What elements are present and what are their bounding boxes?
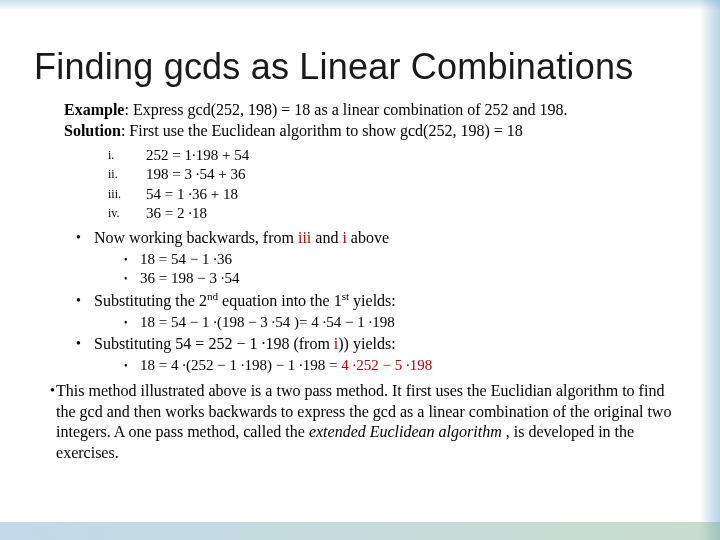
roman-marker: ii. (108, 165, 146, 185)
sub-text: 18 = 54 − 1 ∙36 (140, 250, 232, 270)
example-label: Example (64, 101, 124, 118)
list-item: •36 = 198 − 3 ∙54 (124, 269, 686, 289)
euclid-steps: i.252 = 1∙198 + 54 ii.198 = 3 ∙54 + 36 i… (108, 146, 686, 224)
step-text: 198 = 3 ∙54 + 36 (146, 165, 245, 185)
bullet-text: Substituting 54 = 252 − 1 ∙198 (from i))… (94, 334, 396, 355)
sub-list: • 18 = 4 ∙(252 − 1 ∙198) − 1 ∙198 = 4 ∙2… (124, 356, 686, 376)
final-paragraph: • This method illustrated above is a two… (50, 381, 686, 463)
step-text: 54 = 1 ∙36 + 18 (146, 185, 238, 205)
bullet-icon: • (76, 334, 94, 355)
result-red: 4 ∙252 − 5 ∙198 (341, 357, 432, 373)
sub-text: 18 = 54 − 1 ∙(198 − 3 ∙54 )= 4 ∙54 − 1 ∙… (140, 313, 395, 333)
bullet-icon: • (124, 356, 140, 376)
analysis-block: • Substituting the 2nd equation into the… (76, 291, 686, 312)
example-text: : Express gcd(252, 198) = 18 as a linear… (124, 101, 567, 118)
bullet-icon: • (124, 313, 140, 333)
step-text: 36 = 2 ∙18 (146, 204, 207, 224)
list-item: • Now working backwards, from iii and i … (76, 228, 686, 249)
sub-list: •18 = 54 − 1 ∙(198 − 3 ∙54 )= 4 ∙54 − 1 … (124, 313, 686, 333)
list-item: ii.198 = 3 ∙54 + 36 (108, 165, 686, 185)
bullet-icon: • (124, 250, 140, 270)
list-item: • This method illustrated above is a two… (50, 381, 686, 463)
term-extended-euclid: extended Euclidean algorithm (309, 423, 502, 440)
roman-marker: iv. (108, 204, 146, 224)
roman-marker: i. (108, 146, 146, 166)
bullet-icon: • (76, 228, 94, 249)
bullet-icon: • (124, 269, 140, 289)
roman-marker: iii. (108, 185, 146, 205)
list-item: • Substituting 54 = 252 − 1 ∙198 (from i… (76, 334, 686, 355)
list-item: • Substituting the 2nd equation into the… (76, 291, 686, 312)
list-item: iii.54 = 1 ∙36 + 18 (108, 185, 686, 205)
solution-text: : First use the Euclidean algorithm to s… (121, 122, 523, 139)
sub-text: 36 = 198 − 3 ∙54 (140, 269, 239, 289)
bullet-text: Now working backwards, from iii and i ab… (94, 228, 389, 249)
bullet-icon: • (76, 291, 94, 312)
list-item: •18 = 54 − 1 ∙(198 − 3 ∙54 )= 4 ∙54 − 1 … (124, 313, 686, 333)
step-text: 252 = 1∙198 + 54 (146, 146, 249, 166)
analysis-block: • Now working backwards, from iii and i … (76, 228, 686, 249)
list-item: i.252 = 1∙198 + 54 (108, 146, 686, 166)
ref-iii: iii (298, 229, 311, 246)
solution-label: Solution (64, 122, 121, 139)
sub-list: •18 = 54 − 1 ∙36 •36 = 198 − 3 ∙54 (124, 250, 686, 289)
list-item: • 18 = 4 ∙(252 − 1 ∙198) − 1 ∙198 = 4 ∙2… (124, 356, 686, 376)
example-line: Example: Express gcd(252, 198) = 18 as a… (64, 100, 686, 120)
final-text: This method illustrated above is a two p… (56, 381, 686, 463)
solution-line: Solution: First use the Euclidean algori… (64, 121, 686, 141)
analysis-block: • Substituting 54 = 252 − 1 ∙198 (from i… (76, 334, 686, 355)
sub-text: 18 = 4 ∙(252 − 1 ∙198) − 1 ∙198 = 4 ∙252… (140, 356, 432, 376)
list-item: iv.36 = 2 ∙18 (108, 204, 686, 224)
slide-title: Finding gcds as Linear Combinations (34, 46, 686, 88)
list-item: •18 = 54 − 1 ∙36 (124, 250, 686, 270)
bullet-text: Substituting the 2nd equation into the 1… (94, 291, 396, 312)
